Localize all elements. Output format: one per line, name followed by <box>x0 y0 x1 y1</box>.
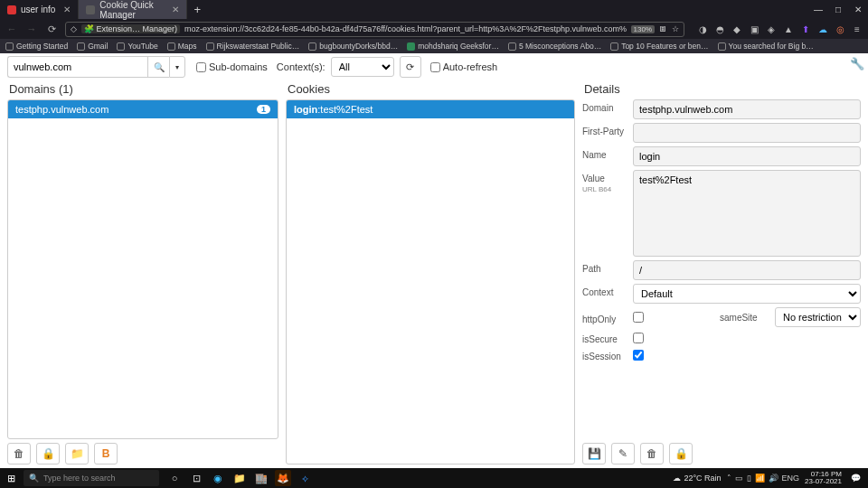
language-indicator[interactable]: ENG <box>782 474 800 483</box>
bookmark-item[interactable]: Maps <box>167 42 197 51</box>
cortana-icon[interactable]: ○ <box>166 470 183 486</box>
taskbar-search[interactable]: 🔍 Type here to search <box>24 470 159 486</box>
autorefresh-checkbox[interactable] <box>430 62 440 72</box>
save-cookie-button[interactable]: 💾 <box>582 443 606 465</box>
addon-icon[interactable]: ▣ <box>749 23 760 34</box>
domains-list[interactable]: testphp.vulnweb.com 1 <box>7 99 278 439</box>
addon-icon[interactable]: ◑ <box>697 23 708 34</box>
bookmark-item[interactable]: Gmail <box>77 42 108 51</box>
delete-cookie-button[interactable]: 🗑 <box>640 443 664 465</box>
addon-icon[interactable]: ◓ <box>714 23 725 34</box>
weather-icon: ☁ <box>673 474 681 483</box>
battery-icon[interactable]: ▯ <box>747 474 751 483</box>
issecure-checkbox[interactable] <box>633 333 644 343</box>
trash-icon: 🗑 <box>646 447 657 460</box>
lock-icon: 🔒 <box>675 447 688 460</box>
window-close-button[interactable]: ✕ <box>848 0 868 19</box>
bookmark-item[interactable]: Getting Started <box>5 42 68 51</box>
domain-item[interactable]: testphp.vulnweb.com 1 <box>8 100 278 118</box>
bookmark-item[interactable]: Rijkswaterstaat Public… <box>206 42 300 51</box>
taskview-icon[interactable]: ⊡ <box>188 470 204 486</box>
forward-icon[interactable]: → <box>25 23 38 35</box>
tab-title: user info <box>21 5 55 14</box>
tab-close-icon[interactable]: ✕ <box>63 5 71 14</box>
refresh-icon: ⟳ <box>406 61 414 73</box>
url-bar[interactable]: ◇ 🧩 Extension… Manager) moz-extension://… <box>65 22 684 37</box>
subdomain-checkbox[interactable] <box>196 62 206 72</box>
new-tab-button[interactable]: + <box>187 0 207 19</box>
tab-title: Cookie Quick Manager <box>99 0 164 20</box>
taskbar-app[interactable]: ⟡ <box>297 470 313 486</box>
network-icon[interactable]: ▭ <box>735 474 743 483</box>
firstparty-input[interactable] <box>633 123 861 143</box>
addon-icon[interactable]: ⬆ <box>800 23 811 34</box>
domains-header: Domains (1) <box>7 80 278 99</box>
bookmark-item[interactable]: 5 Misconceptions Abo… <box>508 42 601 51</box>
window-maximize-button[interactable]: □ <box>828 0 848 19</box>
bookmark-item[interactable]: Top 10 Features or ben… <box>610 42 708 51</box>
context-label: Context <box>582 284 627 297</box>
trash-icon: 🗑 <box>14 447 24 460</box>
contexts-label: Context(s): <box>277 61 326 72</box>
caret-down-icon: ▾ <box>175 63 179 71</box>
zoom-badge[interactable]: 130% <box>631 25 655 33</box>
delete-domain-button[interactable]: 🗑 <box>7 443 31 465</box>
tab-close-icon[interactable]: ✕ <box>172 5 179 14</box>
addon-icon[interactable]: ◈ <box>766 23 777 34</box>
bookmark-item[interactable]: mohdshariq Geeksfor… <box>407 42 499 51</box>
search-options-dropdown[interactable]: ▾ <box>169 56 185 78</box>
reload-icon[interactable]: ⟳ <box>45 23 58 35</box>
lock-cookie-button[interactable]: 🔒 <box>669 443 693 465</box>
bookmark-item[interactable]: You searched for Big b… <box>718 42 814 51</box>
autorefresh-checkbox-label[interactable]: Auto-refresh <box>430 61 498 72</box>
cookies-list[interactable]: login:test%2Ftest <box>286 99 575 465</box>
cookie-item[interactable]: login:test%2Ftest <box>287 100 574 118</box>
search-button[interactable]: 🔍 <box>147 56 169 78</box>
system-tray[interactable]: ˄ ▭ ▯ 📶 🔊 ENG <box>727 474 800 483</box>
samesite-select[interactable]: No restriction <box>775 307 861 327</box>
value-textarea[interactable]: test%2Ftest <box>633 170 861 257</box>
context-select[interactable]: Default <box>633 284 861 304</box>
domain-input[interactable] <box>633 99 861 119</box>
back-icon[interactable]: ← <box>5 23 18 35</box>
taskbar-app-firefox[interactable]: 🦊 <box>275 470 291 486</box>
taskbar-app[interactable]: ◉ <box>210 470 226 486</box>
reader-icon[interactable]: 🗏 <box>659 24 667 33</box>
refresh-button[interactable]: ⟳ <box>400 56 421 78</box>
weather-widget[interactable]: ☁ 22°C Rain <box>673 474 721 483</box>
addon-icon[interactable]: ◎ <box>835 23 845 34</box>
volume-icon[interactable]: 🔊 <box>769 474 778 483</box>
start-button[interactable]: ⊞ <box>0 468 22 488</box>
browser-tab[interactable]: user info ✕ <box>0 0 79 19</box>
httponly-checkbox[interactable] <box>633 312 644 323</box>
toolbar-addons: ◑ ◓ ◆ ▣ ◈ ▲ ⬆ ☁ ◎ ≡ <box>697 23 863 34</box>
window-minimize-button[interactable]: — <box>808 0 828 19</box>
export-domain-button[interactable]: 📁 <box>65 443 89 465</box>
notifications-icon[interactable]: 💬 <box>847 474 864 483</box>
addon-icon[interactable]: ☁ <box>817 23 828 34</box>
edit-cookie-button[interactable]: ✎ <box>611 443 635 465</box>
addon-icon[interactable]: ▲ <box>783 23 794 34</box>
bookmark-star-icon[interactable]: ☆ <box>672 24 679 33</box>
taskbar-app[interactable]: 🏬 <box>253 470 269 486</box>
domain-search-input[interactable] <box>7 56 147 78</box>
path-input[interactable] <box>633 260 861 280</box>
issession-checkbox[interactable] <box>633 350 644 361</box>
chevron-up-icon[interactable]: ˄ <box>727 474 731 483</box>
taskbar-app[interactable]: 📁 <box>231 470 248 486</box>
browser-tab[interactable]: Cookie Quick Manager ✕ <box>79 0 187 19</box>
settings-icon[interactable]: 🔧 <box>850 57 864 70</box>
bookmark-item[interactable]: YouTube <box>117 42 157 51</box>
name-label: Name <box>582 146 627 160</box>
bookmark-item[interactable]: bugbountyDorks/bbd… <box>308 42 398 51</box>
addon-icon[interactable]: ◆ <box>731 23 742 34</box>
bitcoin-button[interactable]: B <box>94 443 118 465</box>
subdomain-checkbox-label[interactable]: Sub-domains <box>196 61 268 72</box>
clock[interactable]: 07:16 PM 23-07-2021 <box>805 471 842 485</box>
name-input[interactable] <box>633 146 861 166</box>
protect-domain-button[interactable]: 🔒 <box>36 443 60 465</box>
menu-icon[interactable]: ≡ <box>852 23 863 34</box>
context-select[interactable]: All <box>331 57 394 77</box>
cookie-value: test%2Ftest <box>320 104 373 115</box>
wifi-icon[interactable]: 📶 <box>755 474 765 483</box>
